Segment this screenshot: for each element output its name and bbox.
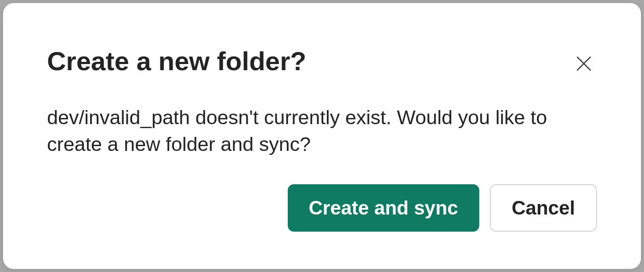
dialog-title: Create a new folder? <box>47 47 306 76</box>
close-icon <box>574 54 593 75</box>
dialog-body-text: dev/invalid_path doesn't currently exist… <box>47 104 597 158</box>
close-button[interactable] <box>571 50 597 78</box>
cancel-button[interactable]: Cancel <box>490 184 597 232</box>
dialog-header: Create a new folder? <box>47 47 597 78</box>
dialog: Create a new folder? dev/invalid_path do… <box>3 3 641 269</box>
dialog-footer: Create and sync Cancel <box>47 184 597 232</box>
create-and-sync-button[interactable]: Create and sync <box>288 184 479 232</box>
